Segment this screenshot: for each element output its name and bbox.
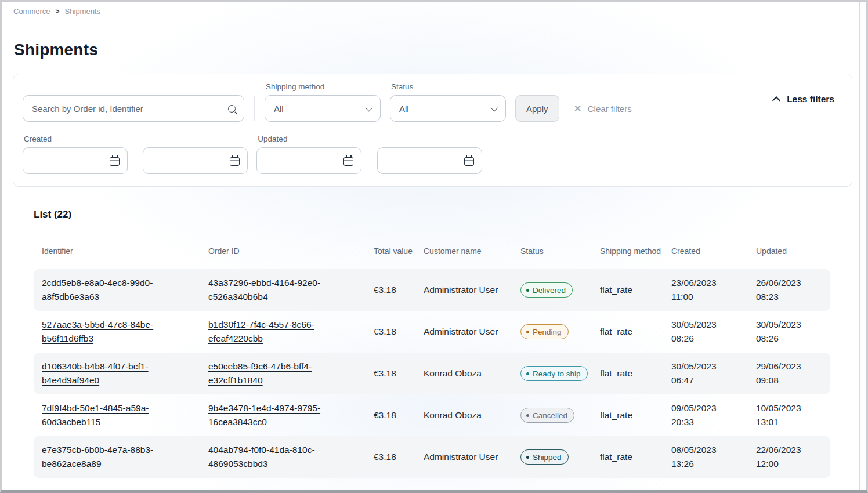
chevron-down-icon: [491, 104, 498, 111]
clear-filters-button[interactable]: ✕ Clear filters: [574, 95, 632, 122]
filters-panel: Shipping method All Status All Apply: [13, 74, 852, 187]
updated-cell: 26/06/202308:23: [756, 276, 830, 304]
total-value-cell: €3.18: [374, 452, 424, 462]
status-dot-icon: [526, 414, 529, 417]
search-input[interactable]: [32, 104, 228, 114]
identifier-link[interactable]: 2cdd5eb8-e8a0-4ec8-99d0-a8f5db6e3a63: [42, 278, 153, 302]
updated-date-filter: Updated –: [256, 135, 482, 174]
page-content: Commerce > Shipments Shipments Shipping …: [2, 2, 859, 490]
total-value-cell: €3.18: [374, 327, 424, 337]
table-row: e7e375cb-6b0b-4e7a-88b3-be862ace8a89 404…: [34, 436, 830, 478]
column-header-updated: Updated: [756, 246, 830, 256]
status-label: Status: [391, 82, 506, 91]
status-badge: Shipped: [520, 449, 569, 465]
created-cell: 23/06/202311:00: [671, 276, 756, 304]
vertical-scrollbar[interactable]: [859, 2, 866, 490]
total-value-cell: €3.18: [374, 410, 424, 420]
status-filter: Status All: [390, 82, 506, 122]
breadcrumb: Commerce > Shipments: [2, 2, 859, 16]
status-dot-icon: [526, 456, 529, 459]
filter-divider: [759, 84, 760, 121]
status-badge: Ready to ship: [520, 366, 588, 381]
identifier-link[interactable]: 527aae3a-5b5d-47c8-84be-b56f11d6ffb3: [42, 320, 153, 343]
chevron-down-icon: [366, 104, 373, 111]
column-header-identifier: Identifier: [42, 246, 208, 256]
shipping-method-cell: flat_rate: [600, 368, 671, 379]
total-value-cell: €3.18: [374, 285, 424, 295]
status-dot-icon: [526, 372, 529, 375]
table-row: d106340b-b4b8-4f07-bcf1-b4e4d9af94e0 e50…: [34, 353, 830, 394]
created-cell: 09/05/202320:33: [671, 401, 756, 429]
page-title: Shipments: [14, 41, 859, 59]
less-filters-label: Less filters: [787, 94, 834, 104]
shipping-method-cell: flat_rate: [600, 452, 671, 462]
column-header-created: Created: [671, 246, 756, 256]
search-icon[interactable]: [228, 105, 236, 113]
created-to-box: [143, 147, 248, 174]
updated-cell: 30/05/202308:26: [756, 318, 830, 346]
column-header-order-id: Order ID: [208, 246, 374, 256]
filter-divider: [254, 96, 255, 121]
shipping-method-select[interactable]: All: [265, 95, 381, 122]
identifier-link[interactable]: 7df9f4bd-50e1-4845-a59a-60d3acbeb115: [42, 403, 149, 427]
shipments-page: Commerce > Shipments Shipments Shipping …: [0, 0, 868, 493]
column-header-shipping-method: Shipping method: [600, 246, 671, 256]
identifier-link[interactable]: d106340b-b4b8-4f07-bcf1-b4e4d9af94e0: [42, 361, 149, 385]
search-box: [23, 95, 244, 122]
shipping-method-cell: flat_rate: [600, 285, 671, 295]
apply-button[interactable]: Apply: [515, 95, 559, 122]
status-badge: Pending: [520, 324, 569, 339]
created-cell: 08/05/202313:26: [671, 443, 756, 471]
updated-cell: 29/06/202309:08: [756, 360, 830, 387]
column-header-status: Status: [520, 246, 600, 256]
order-id-link[interactable]: e50ceb85-f9c6-47b6-bff4-e32cff1b1840: [208, 361, 312, 385]
calendar-icon[interactable]: [110, 157, 120, 166]
column-header-total-value: Total value: [374, 246, 424, 256]
updated-label: Updated: [258, 135, 482, 143]
created-label: Created: [24, 135, 248, 143]
breadcrumb-separator: >: [56, 8, 60, 16]
filters-row-main: Shipping method All Status All Apply: [23, 82, 842, 122]
total-value-cell: €3.18: [374, 368, 424, 379]
close-icon: ✕: [574, 104, 582, 114]
customer-name-cell: Konrad Oboza: [424, 368, 520, 379]
created-from-box: [23, 147, 128, 174]
status-select[interactable]: All: [390, 95, 506, 122]
shipping-method-cell: flat_rate: [600, 327, 671, 337]
table-header: Identifier Order ID Total value Customer…: [34, 233, 830, 269]
updated-to-input[interactable]: [385, 156, 464, 166]
customer-name-cell: Administrator User: [424, 452, 520, 462]
clear-filters-label: Clear filters: [588, 104, 632, 114]
table-row: 7df9f4bd-50e1-4845-a59a-60d3acbeb115 9b4…: [34, 394, 830, 436]
less-filters-toggle[interactable]: Less filters: [775, 94, 834, 104]
shipping-method-cell: flat_rate: [600, 410, 671, 420]
updated-from-input[interactable]: [264, 156, 343, 166]
chevron-up-icon: [772, 96, 780, 104]
customer-name-cell: Administrator User: [424, 285, 520, 295]
filters-row-dates: Created – Updat: [23, 135, 842, 174]
shipments-list: List (22) Identifier Order ID Total valu…: [34, 209, 830, 478]
date-range-dash: –: [133, 156, 138, 166]
order-id-link[interactable]: 404ab794-f0f0-41da-810c-4869053cbbd3: [208, 445, 315, 469]
calendar-icon[interactable]: [343, 157, 353, 166]
status-dot-icon: [526, 331, 529, 334]
breadcrumb-shipments[interactable]: Shipments: [65, 7, 100, 16]
created-cell: 30/05/202308:26: [671, 318, 756, 346]
calendar-icon[interactable]: [230, 157, 240, 166]
identifier-link[interactable]: e7e375cb-6b0b-4e7a-88b3-be862ace8a89: [42, 445, 153, 469]
order-id-link[interactable]: b1d30f12-7f4c-4557-8c66-efeaf4220cbb: [208, 320, 314, 343]
order-id-link[interactable]: 43a37296-ebbd-4164-92e0-c526a340b6b4: [208, 278, 320, 302]
updated-cell: 22/06/202312:00: [756, 443, 830, 471]
updated-from-box: [256, 147, 361, 174]
order-id-link[interactable]: 9b4e3478-1e4d-4974-9795-16cea3843cc0: [208, 403, 320, 427]
created-cell: 30/05/202306:47: [671, 360, 756, 387]
updated-cell: 10/05/202313:01: [756, 401, 830, 429]
created-to-input[interactable]: [150, 156, 230, 166]
calendar-icon[interactable]: [464, 157, 474, 166]
created-from-input[interactable]: [30, 156, 110, 166]
shipping-method-value: All: [274, 104, 284, 114]
status-dot-icon: [526, 289, 529, 292]
status-badge: Delivered: [520, 282, 573, 298]
customer-name-cell: Konrad Oboza: [424, 410, 520, 420]
breadcrumb-commerce[interactable]: Commerce: [13, 7, 50, 16]
